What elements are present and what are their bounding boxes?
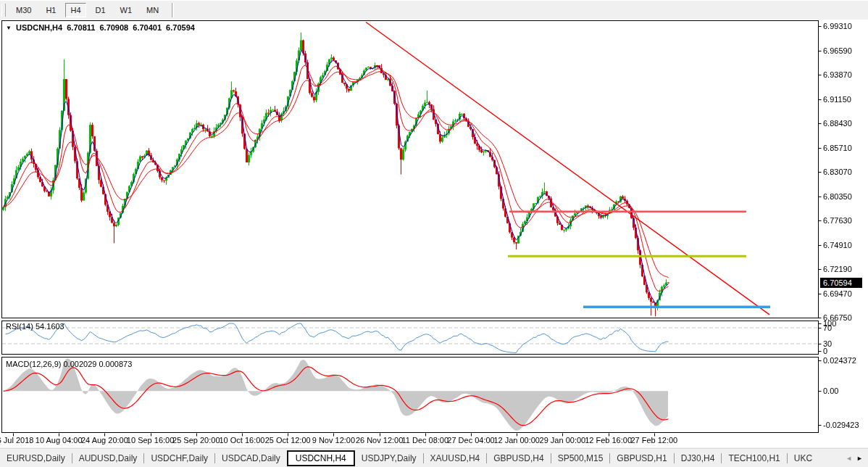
price-axis-label: 6.72190 <box>823 265 852 273</box>
time-axis-label: 24 Aug 20:00 <box>81 436 128 445</box>
price-axis-label: 6.93870 <box>823 70 852 79</box>
tab-scroll-right-icon[interactable]: ► <box>856 455 863 462</box>
rsi-indicator-label: RSI(14) 54.1603 <box>6 322 64 331</box>
tab-scroll-left-icon[interactable]: ◄ <box>846 455 852 462</box>
chart-tab-bar: EURUSD,DailyAUDUSD,DailyUSDCHF,DailyUSDC… <box>0 448 868 467</box>
time-axis-label: 12 Feb 16:00 <box>585 436 632 445</box>
ohlc-low: 6.70401 <box>133 23 162 32</box>
time-axis-label: 25 Sep 20:00 <box>172 436 220 445</box>
price-axis-label: 6.77630 <box>823 216 852 225</box>
chart-tab-tech100-h1[interactable]: TECH100,H1 <box>722 451 786 466</box>
symbol-header[interactable]: ▼ USDCNH,H4 6.70811 6.70908 6.70401 6.70… <box>6 23 197 32</box>
chart-tab-gbpusd-h4[interactable]: GBPUSD,H4 <box>487 451 550 466</box>
trading-platform-window: M30H1H4D1W1MN ▼ USDCNH,H4 6.70811 6.7090… <box>0 0 868 467</box>
timeframe-button-h1[interactable]: H1 <box>41 3 61 17</box>
chart-tab-usdchf-daily[interactable]: USDCHF,Daily <box>144 451 214 466</box>
time-axis-label: 25 Oct 12:00 <box>265 436 311 445</box>
price-axis-label: 6.99310 <box>823 22 852 30</box>
price-axis-label: 6.83070 <box>823 168 852 176</box>
timeframe-button-w1[interactable]: W1 <box>115 3 138 17</box>
chart-tab-sp500-m15[interactable]: SP500,M15 <box>551 451 610 466</box>
timeframe-button-h4[interactable]: H4 <box>65 3 85 17</box>
chart-tab-usdjpy-daily[interactable]: USDJPY,Daily <box>355 451 423 466</box>
rsi-value: 54.1603 <box>36 322 64 331</box>
ohlc-close: 6.70594 <box>166 23 195 32</box>
rsi-axis-label: 70 <box>823 323 832 332</box>
price-chart-canvas[interactable] <box>0 0 868 467</box>
price-axis-label: 6.69470 <box>823 289 852 298</box>
price-axis-label: 6.74910 <box>823 241 852 249</box>
chart-tab-audusd-daily[interactable]: AUDUSD,Daily <box>72 451 144 466</box>
time-axis-label: 12 Jan 00:00 <box>493 436 540 445</box>
time-axis-label: 29 Jan 00:00 <box>540 436 586 445</box>
chart-tab-usdcad-daily[interactable]: USDCAD,Daily <box>215 451 287 466</box>
rsi-axis-label: 0 <box>823 347 827 355</box>
chart-tab-eurusd-daily[interactable]: EURUSD,Daily <box>0 451 72 466</box>
price-axis-label: 6.96590 <box>823 46 852 55</box>
time-axis-label: 10 Sep 16:00 <box>127 436 174 445</box>
price-axis-label: 6.88430 <box>823 119 852 128</box>
symbol-name: USDCNH,H4 <box>16 23 62 32</box>
rsi-name: RSI(14) <box>6 322 33 331</box>
toolbar-grip[interactable] <box>1 4 6 17</box>
chart-tab-ukc[interactable]: UKC <box>788 451 819 466</box>
time-axis-label: 10 Aug 04:00 <box>36 436 83 445</box>
price-axis-label: 6.91150 <box>823 95 851 104</box>
time-axis-label: 10 Oct 16:00 <box>220 436 265 445</box>
current-price-tag: 6.70594 <box>820 278 862 288</box>
macd-name: MACD(12,26,9) <box>6 360 61 368</box>
macd-axis-label: 0.024372 <box>823 356 856 365</box>
macd-indicator-label: MACD(12,26,9) 0.002029 0.000873 <box>6 360 132 368</box>
timeframe-toolbar: M30H1H4D1W1MN <box>0 0 868 20</box>
tab-scroll-arrows: ◄ ► <box>839 449 868 467</box>
time-axis-label: 27 Feb 12:00 <box>630 436 677 445</box>
time-axis-label: 9 Nov 12:00 <box>312 436 355 445</box>
timeframe-button-m30[interactable]: M30 <box>11 3 36 17</box>
time-axis-label: 26 Jul 2018 <box>0 436 33 445</box>
ohlc-high: 6.70908 <box>99 23 128 32</box>
chart-tab-gbpusd-h1[interactable]: GBPUSD,H1 <box>610 451 673 466</box>
toolbar-separator <box>172 3 174 17</box>
price-axis-label: 6.80350 <box>823 192 852 201</box>
timeframe-button-mn[interactable]: MN <box>141 3 164 17</box>
chart-tab-dj30-h4[interactable]: DJ30,H4 <box>675 451 722 466</box>
timeframe-button-d1[interactable]: D1 <box>91 3 111 17</box>
time-axis-label: 26 Nov 12:00 <box>356 436 403 445</box>
macd-values: 0.002029 0.000873 <box>63 360 132 368</box>
ohlc-open: 6.70811 <box>67 23 95 32</box>
time-axis-label: 27 Dec 04:00 <box>447 436 494 445</box>
macd-axis-label: 0.00 <box>823 387 838 395</box>
price-axis-label: 6.85710 <box>823 144 852 152</box>
chart-tab-usdcnh-h4[interactable]: USDCNH,H4 <box>287 450 355 466</box>
time-axis-label: 11 Dec 08:00 <box>401 436 448 445</box>
macd-axis-label: -0.029423 <box>823 421 859 429</box>
chart-tab-xauusd-h4[interactable]: XAUUSD,H4 <box>424 451 487 466</box>
symbol-dropdown-icon[interactable]: ▼ <box>6 25 12 31</box>
